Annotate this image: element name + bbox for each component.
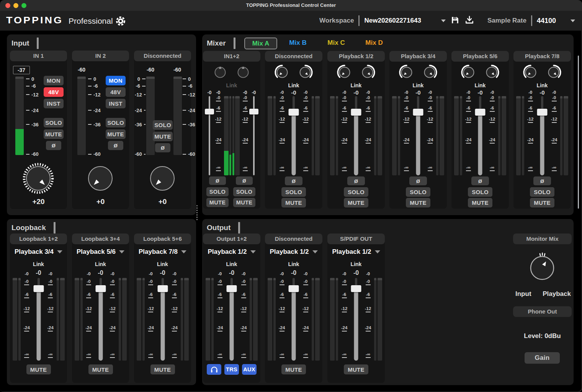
input-solo-button[interactable]: SOLO [106,118,126,127]
source-select[interactable]: Playback 1/2 [203,248,260,256]
channel-fader[interactable] [413,96,423,175]
mixer-solo-button[interactable]: SOLO [530,187,554,197]
channel-fader[interactable] [289,96,299,175]
input-solo-button[interactable]: SOLO [44,118,64,127]
source-select[interactable]: Playback 3/4 [10,248,67,256]
loopback-mute-button[interactable]: MUTE [150,364,175,374]
channel-fader[interactable] [475,96,485,175]
link-toggle[interactable]: Link [327,261,385,267]
source-dropdown-icon[interactable] [119,250,124,253]
input-48v-button[interactable]: 48V [44,87,64,97]
pan-knob-left[interactable] [336,64,353,81]
input-gain-knob[interactable] [22,162,54,194]
source-dropdown-icon[interactable] [250,250,256,253]
link-toggle[interactable]: Link [134,261,191,267]
channel-fader[interactable] [537,96,547,175]
mixer-mute-button-l[interactable]: MUTE [206,198,229,207]
channel-fader-cap[interactable] [157,285,168,292]
link-toggle[interactable]: Link [265,82,322,88]
channel-fader-cap[interactable] [227,285,237,292]
mixer-phase-button[interactable]: ø [347,176,365,185]
pan-knob-left[interactable] [274,64,291,81]
mixer-solo-button[interactable]: SOLO [468,187,492,197]
channel-fader-cap[interactable] [289,285,299,292]
pan-knob-right[interactable] [483,64,500,81]
channel-fader-r-cap[interactable] [249,109,258,114]
source-dropdown-icon[interactable] [312,250,318,253]
pan-knob-left[interactable] [522,64,539,81]
loopback-mute-button[interactable]: MUTE [26,364,51,374]
mixer-scrollbar[interactable] [578,56,579,209]
input-gain-knob[interactable] [146,162,178,194]
channel-fader-cap[interactable] [413,109,423,116]
mixer-solo-button-l[interactable]: SOLO [206,187,229,196]
link-toggle[interactable]: Link [327,82,385,88]
channel-fader[interactable] [96,278,106,361]
monitor-mix-knob[interactable] [526,252,558,284]
pan-knob-right[interactable] [235,64,252,81]
headphone-output-button[interactable] [207,364,221,375]
input-mon-button[interactable]: MON [106,76,126,85]
source-select[interactable]: Playback 5/6 [72,248,129,256]
mixer-tab-mix-a[interactable]: Mix A [244,38,277,49]
channel-fader[interactable] [158,278,168,361]
source-select[interactable]: Playback 1/2 [265,248,322,256]
channel-fader-l-cap[interactable] [205,109,214,114]
input-mute-button[interactable]: MUTE [44,129,64,139]
channel-fader-l[interactable] [206,96,213,175]
source-dropdown-icon[interactable] [57,250,62,253]
input-phase-button[interactable]: ø [46,141,61,150]
input-phase-button[interactable]: ø [155,143,170,152]
mixer-mute-button[interactable]: MUTE [468,198,492,207]
pan-knob-left[interactable] [398,64,415,81]
link-toggle[interactable]: Link [203,261,260,267]
mixer-phase-button-l[interactable]: ø [209,176,226,185]
input-48v-button[interactable]: 48V [106,87,126,97]
settings-gear-icon[interactable] [115,15,126,27]
channel-fader[interactable] [351,96,361,175]
source-select[interactable]: Playback 7/8 [134,248,191,256]
input-inst-button[interactable]: INST [106,99,126,108]
pan-knob-right[interactable] [545,64,562,81]
mixer-tab-mix-d[interactable]: Mix D [361,38,387,48]
mixer-phase-button[interactable]: ø [533,176,551,185]
channel-fader[interactable] [227,278,237,361]
mixer-solo-button-r[interactable]: SOLO [233,187,255,196]
phone-gain-button[interactable]: Gain [525,352,560,364]
channel-fader-cap[interactable] [351,109,361,116]
input-phase-button[interactable]: ø [108,141,123,150]
source-dropdown-icon[interactable] [375,250,380,253]
channel-fader-cap[interactable] [537,109,548,116]
input-mute-button[interactable]: MUTE [106,129,126,139]
mixer-phase-button[interactable]: ø [471,176,489,185]
link-toggle[interactable]: Link [203,82,260,88]
channel-fader[interactable] [34,278,44,361]
pan-knob-right[interactable] [421,64,438,81]
mixer-phase-button[interactable]: ø [285,176,302,185]
link-toggle[interactable]: Link [10,261,67,267]
input-mute-button[interactable]: MUTE [153,132,173,141]
input-solo-button[interactable]: SOLO [153,120,173,130]
mixer-mute-button-r[interactable]: MUTE [233,198,255,207]
source-select[interactable]: Playback 1/2 [327,248,385,256]
load-workspace-icon[interactable] [464,15,474,26]
output-trs-button[interactable]: TRS [224,364,239,375]
mixer-solo-button[interactable]: SOLO [406,187,430,197]
mixer-solo-button[interactable]: SOLO [344,187,368,197]
link-toggle[interactable]: Link [451,82,509,88]
input-mon-button[interactable]: MON [44,76,64,85]
channel-fader-cap[interactable] [475,109,486,116]
link-toggle[interactable]: Link [265,261,322,267]
channel-fader[interactable] [351,278,361,361]
output-mute-button[interactable]: MUTE [344,364,368,374]
mixer-mute-button[interactable]: MUTE [344,198,368,207]
pan-knob-right[interactable] [297,64,314,81]
mixer-mute-button[interactable]: MUTE [406,198,430,207]
link-toggle[interactable]: Link [72,261,129,267]
channel-fader[interactable] [289,278,299,361]
mixer-mute-button[interactable]: MUTE [530,198,554,207]
output-aux-button[interactable]: AUX [242,364,257,375]
mixer-phase-button-r[interactable]: ø [236,176,253,185]
input-inst-button[interactable]: INST [44,99,64,108]
mixer-tab-mix-b[interactable]: Mix B [285,38,311,48]
